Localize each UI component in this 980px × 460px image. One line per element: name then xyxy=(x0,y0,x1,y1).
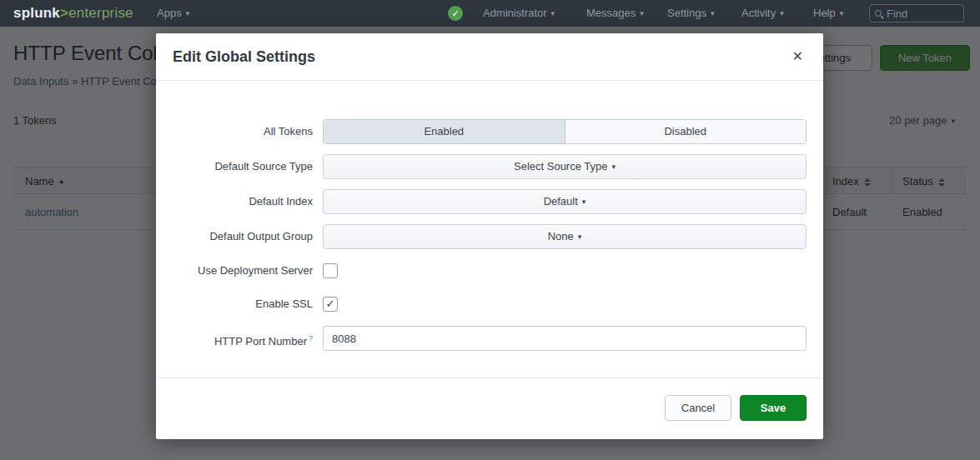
search-icon xyxy=(875,10,882,17)
use-deployment-server-control xyxy=(323,263,807,278)
help-tooltip-icon[interactable]: ? xyxy=(309,334,313,342)
find-search-box[interactable] xyxy=(869,4,964,22)
edit-global-settings-modal: Edit Global Settings ✕ All Tokens Enable… xyxy=(156,33,823,439)
default-index-dropdown[interactable]: Default▾ xyxy=(323,189,807,214)
use-deployment-server-label: Use Deployment Server xyxy=(156,263,313,278)
default-source-type-control: Select Source Type▾ xyxy=(323,154,807,179)
all-tokens-disabled-button[interactable]: Disabled xyxy=(565,120,807,143)
all-tokens-toggle: Enabled Disabled xyxy=(323,119,807,144)
nav-administrator-menu[interactable]: Administrator▾ xyxy=(483,0,555,27)
modal-header: Edit Global Settings ✕ xyxy=(156,33,823,81)
all-tokens-label: All Tokens xyxy=(156,119,313,144)
enable-ssl-control: ✓ xyxy=(323,297,807,312)
enable-ssl-label: Enable SSL xyxy=(156,297,313,312)
enable-ssl-checkbox[interactable]: ✓ xyxy=(323,297,338,312)
all-tokens-enabled-button[interactable]: Enabled xyxy=(324,120,565,143)
http-port-label: HTTP Port Number? xyxy=(156,326,313,354)
http-port-input[interactable] xyxy=(323,326,807,351)
default-index-control: Default▾ xyxy=(323,189,807,214)
logo-gt-icon: > xyxy=(60,5,68,21)
default-index-label: Default Index xyxy=(156,189,313,214)
save-button[interactable]: Save xyxy=(740,395,807,421)
default-source-type-dropdown[interactable]: Select Source Type▾ xyxy=(323,154,807,179)
nav-activity-menu[interactable]: Activity▾ xyxy=(741,0,784,27)
check-icon: ✓ xyxy=(451,8,459,18)
top-nav-bar: splunk>enterprise Apps▾ ✓ Administrator▾… xyxy=(0,0,980,27)
default-output-group-label: Default Output Group xyxy=(156,224,313,249)
chevron-down-icon: ▾ xyxy=(711,0,715,27)
default-output-group-dropdown[interactable]: None▾ xyxy=(323,224,807,249)
http-port-control xyxy=(323,326,807,351)
chevron-down-icon: ▾ xyxy=(780,0,784,27)
chevron-down-icon: ▾ xyxy=(578,225,582,248)
nav-settings-menu[interactable]: Settings▾ xyxy=(667,0,715,27)
nav-messages-menu[interactable]: Messages▾ xyxy=(586,0,644,27)
chevron-down-icon: ▾ xyxy=(551,0,555,27)
check-icon: ✓ xyxy=(326,298,335,310)
default-output-group-control: None▾ xyxy=(323,224,807,249)
modal-title: Edit Global Settings xyxy=(173,33,315,81)
health-status-icon[interactable]: ✓ xyxy=(448,6,463,21)
logo-splunk-text: splunk xyxy=(13,5,60,21)
chevron-down-icon: ▾ xyxy=(611,155,616,178)
chevron-down-icon: ▾ xyxy=(186,0,190,27)
default-source-type-label: Default Source Type xyxy=(156,154,313,179)
modal-footer: Cancel Save xyxy=(156,378,823,439)
splunk-logo[interactable]: splunk>enterprise xyxy=(13,0,133,27)
chevron-down-icon: ▾ xyxy=(582,190,586,213)
chevron-down-icon: ▾ xyxy=(840,0,844,27)
chevron-down-icon: ▾ xyxy=(640,0,644,27)
logo-product-text: enterprise xyxy=(68,5,133,21)
nav-apps-menu[interactable]: Apps▾ xyxy=(157,0,189,27)
close-icon[interactable]: ✕ xyxy=(792,48,803,65)
cancel-button[interactable]: Cancel xyxy=(665,395,731,421)
find-input[interactable] xyxy=(887,8,953,20)
use-deployment-server-checkbox[interactable] xyxy=(323,263,338,278)
nav-help-menu[interactable]: Help▾ xyxy=(813,0,843,27)
